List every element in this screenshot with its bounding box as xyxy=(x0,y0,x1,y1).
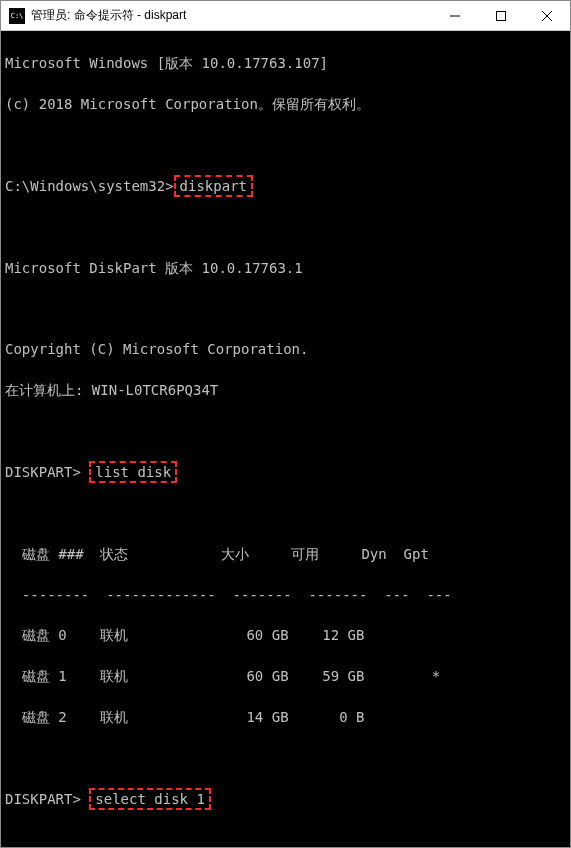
disk-table-row: 磁盘 2 联机 14 GB 0 B xyxy=(5,707,566,727)
diskpart-version: Microsoft DiskPart 版本 10.0.17763.1 xyxy=(5,258,566,278)
cmd-icon xyxy=(9,8,25,24)
disk-table-sep: -------- ------------- ------- ------- -… xyxy=(5,585,566,605)
close-button[interactable] xyxy=(524,1,570,30)
prompt-path: C:\Windows\system32> xyxy=(5,178,174,194)
terminal-output[interactable]: Microsoft Windows [版本 10.0.17763.107] (c… xyxy=(1,31,570,847)
diskpart-computer: 在计算机上: WIN-L0TCR6PQ34T xyxy=(5,380,566,400)
copyright-line: (c) 2018 Microsoft Corporation。保留所有权利。 xyxy=(5,94,566,114)
disk-table-row: 磁盘 1 联机 60 GB 59 GB * xyxy=(5,666,566,686)
svg-rect-1 xyxy=(497,11,506,20)
prompt-diskpart: DISKPART> xyxy=(5,464,81,480)
disk-table-row: 磁盘 0 联机 60 GB 12 GB xyxy=(5,625,566,645)
cmd-diskpart: diskpart xyxy=(174,175,253,197)
diskpart-copyright: Copyright (C) Microsoft Corporation. xyxy=(5,339,566,359)
disk-table-header: 磁盘 ### 状态 大小 可用 Dyn Gpt xyxy=(5,544,566,564)
titlebar[interactable]: 管理员: 命令提示符 - diskpart xyxy=(1,1,570,31)
window-controls xyxy=(432,1,570,30)
cmd-select-disk: select disk 1 xyxy=(89,788,211,810)
cmd-list-disk: list disk xyxy=(89,461,177,483)
prompt-diskpart: DISKPART> xyxy=(5,791,81,807)
window-title: 管理员: 命令提示符 - diskpart xyxy=(31,7,432,24)
maximize-button[interactable] xyxy=(478,1,524,30)
version-line: Microsoft Windows [版本 10.0.17763.107] xyxy=(5,53,566,73)
command-prompt-window: 管理员: 命令提示符 - diskpart Microsoft Windows … xyxy=(0,0,571,848)
minimize-button[interactable] xyxy=(432,1,478,30)
